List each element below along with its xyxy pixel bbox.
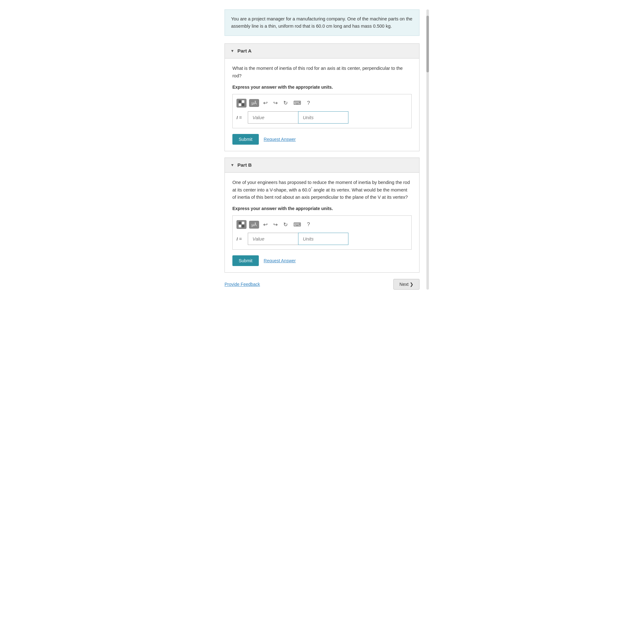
intro-text: You are a project manager for a manufact… bbox=[231, 16, 412, 29]
part-a-refresh-button[interactable]: ↻ bbox=[282, 99, 289, 107]
part-a-redo-button[interactable]: ↪ bbox=[272, 99, 279, 107]
keyboard-icon-b: ⌨ bbox=[293, 222, 301, 228]
footer-row: Provide Feedback Next ❯ bbox=[225, 279, 419, 290]
part-a-input-row: I = bbox=[236, 111, 408, 124]
part-a-undo-button[interactable]: ↩ bbox=[262, 99, 269, 107]
intro-box: You are a project manager for a manufact… bbox=[225, 9, 419, 36]
matrix-icon bbox=[239, 100, 244, 106]
part-a-header: ▼ Part A bbox=[225, 44, 419, 58]
part-a-question: What is the moment of inertia of this ro… bbox=[232, 65, 412, 79]
part-b-toolbar: μÅ ↩ ↪ ↻ ⌨ ? bbox=[236, 220, 408, 229]
part-a-help-button[interactable]: ? bbox=[305, 99, 311, 107]
part-b-matrix-button[interactable] bbox=[236, 220, 247, 229]
part-a-submit-button[interactable]: Submit bbox=[232, 134, 259, 145]
part-a-mu-button[interactable]: μÅ bbox=[249, 99, 259, 107]
part-b-title: Part B bbox=[237, 162, 252, 168]
part-b-input-label: I = bbox=[236, 236, 245, 241]
part-a-section: ▼ Part A What is the moment of inertia o… bbox=[225, 43, 419, 151]
help-icon-b: ? bbox=[307, 221, 310, 227]
part-b-header: ▼ Part B bbox=[225, 158, 419, 173]
refresh-icon: ↻ bbox=[283, 100, 288, 106]
redo-icon: ↪ bbox=[273, 100, 278, 106]
chevron-down-icon-b[interactable]: ▼ bbox=[230, 163, 234, 167]
mu-label-b: μÅ bbox=[252, 222, 257, 227]
part-a-units-input[interactable] bbox=[298, 111, 348, 124]
part-b-input-row: I = bbox=[236, 233, 408, 245]
part-a-express-label: Express your answer with the appropriate… bbox=[232, 85, 412, 90]
part-b-action-row: Submit Request Answer bbox=[232, 255, 412, 266]
scrollbar-thumb[interactable] bbox=[426, 16, 429, 72]
keyboard-icon: ⌨ bbox=[293, 100, 301, 106]
part-b-submit-button[interactable]: Submit bbox=[232, 255, 259, 266]
part-b-help-button[interactable]: ? bbox=[305, 220, 311, 229]
chevron-down-icon[interactable]: ▼ bbox=[230, 49, 234, 53]
part-a-input-label: I = bbox=[236, 115, 245, 120]
undo-icon-b: ↩ bbox=[263, 222, 268, 228]
part-a-toolbar: μÅ ↩ ↪ ↻ ⌨ ? bbox=[236, 99, 408, 108]
undo-icon: ↩ bbox=[263, 100, 268, 106]
part-b-section: ▼ Part B One of your engineers has propo… bbox=[225, 158, 419, 273]
refresh-icon-b: ↻ bbox=[283, 222, 288, 228]
part-b-undo-button[interactable]: ↩ bbox=[262, 220, 269, 229]
part-b-answer-box: μÅ ↩ ↪ ↻ ⌨ ? bbox=[232, 215, 412, 250]
part-b-mu-button[interactable]: μÅ bbox=[249, 221, 259, 229]
part-b-express-label: Express your answer with the appropriate… bbox=[232, 206, 412, 211]
part-a-body: What is the moment of inertia of this ro… bbox=[225, 58, 419, 151]
part-b-value-input[interactable] bbox=[248, 233, 298, 245]
part-a-action-row: Submit Request Answer bbox=[232, 134, 412, 145]
provide-feedback-button[interactable]: Provide Feedback bbox=[225, 282, 260, 287]
part-b-redo-button[interactable]: ↪ bbox=[272, 220, 279, 229]
part-b-keyboard-button[interactable]: ⌨ bbox=[292, 220, 303, 229]
part-b-request-answer-button[interactable]: Request Answer bbox=[264, 258, 296, 263]
part-a-answer-box: μÅ ↩ ↪ ↻ ⌨ ? bbox=[232, 94, 412, 128]
part-a-request-answer-button[interactable]: Request Answer bbox=[264, 137, 296, 142]
next-button[interactable]: Next ❯ bbox=[393, 279, 419, 290]
mu-label: μÅ bbox=[252, 101, 257, 105]
part-b-units-input[interactable] bbox=[298, 233, 348, 245]
help-icon: ? bbox=[307, 100, 310, 106]
part-a-matrix-button[interactable] bbox=[236, 99, 247, 108]
redo-icon-b: ↪ bbox=[273, 222, 278, 228]
part-a-value-input[interactable] bbox=[248, 111, 298, 124]
part-b-body: One of your engineers has proposed to re… bbox=[225, 173, 419, 272]
part-a-keyboard-button[interactable]: ⌨ bbox=[292, 99, 303, 107]
matrix-icon-b bbox=[239, 222, 244, 227]
part-a-title: Part A bbox=[237, 48, 252, 54]
part-b-question: One of your engineers has proposed to re… bbox=[232, 179, 412, 201]
part-b-refresh-button[interactable]: ↻ bbox=[282, 220, 289, 229]
scrollbar[interactable] bbox=[426, 9, 429, 290]
